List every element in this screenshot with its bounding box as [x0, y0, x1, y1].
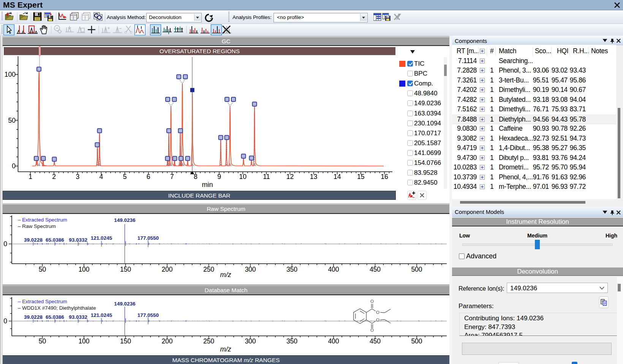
- svg-text:– Extracted Spectrum: – Extracted Spectrum: [18, 217, 67, 223]
- svg-text:177.0550: 177.0550: [138, 312, 159, 318]
- svg-text:39.0228: 39.0228: [24, 314, 43, 320]
- svg-text:O: O: [376, 310, 379, 315]
- svg-text:13: 13: [310, 173, 317, 180]
- svg-text:m/z: m/z: [220, 271, 231, 279]
- svg-text:400: 400: [328, 266, 339, 273]
- svg-text:9: 9: [217, 173, 221, 180]
- svg-text:500: 500: [411, 266, 422, 273]
- svg-text:3: 3: [76, 173, 79, 180]
- svg-text:350: 350: [286, 266, 297, 273]
- svg-text:93.0332: 93.0332: [69, 314, 87, 320]
- svg-text:5: 5: [123, 173, 127, 180]
- svg-text:150: 150: [120, 266, 131, 273]
- svg-text:12: 12: [286, 173, 294, 180]
- svg-text:100: 100: [78, 337, 89, 345]
- svg-text:39.0228: 39.0228: [24, 237, 43, 243]
- svg-text:0: 0: [3, 317, 7, 325]
- svg-text:– Raw Spectrum: – Raw Spectrum: [18, 223, 56, 229]
- svg-text:500: 500: [411, 337, 422, 345]
- svg-text:2: 2: [52, 173, 56, 180]
- svg-text:0: 0: [3, 240, 7, 248]
- svg-text:O: O: [370, 328, 374, 332]
- svg-text:11: 11: [263, 173, 270, 180]
- svg-text:4: 4: [100, 173, 103, 180]
- svg-text:250: 250: [203, 337, 214, 345]
- svg-text:10: 10: [239, 173, 247, 180]
- svg-text:– Extracted Spectrum: – Extracted Spectrum: [18, 299, 67, 304]
- svg-text:0: 0: [12, 162, 16, 170]
- svg-text:350: 350: [286, 337, 297, 345]
- svg-text:1: 1: [28, 173, 32, 180]
- svg-text:149.0236: 149.0236: [114, 217, 136, 223]
- svg-text:200: 200: [161, 266, 172, 273]
- svg-text:– WDD1X #7490; Diethylphthalat: – WDD1X #7490; Diethylphthalate: [18, 305, 96, 311]
- svg-text:450: 450: [370, 266, 381, 273]
- svg-text:300: 300: [245, 266, 256, 273]
- svg-text:121.0245: 121.0245: [91, 235, 112, 241]
- svg-text:300: 300: [245, 337, 256, 345]
- svg-text:14: 14: [334, 173, 341, 180]
- svg-text:100: 100: [78, 266, 89, 273]
- svg-text:16: 16: [381, 173, 388, 180]
- svg-text:149.0236: 149.0236: [114, 301, 136, 307]
- svg-text:177.0550: 177.0550: [138, 235, 159, 241]
- svg-text:65.0386: 65.0386: [46, 237, 64, 243]
- svg-text:O: O: [376, 318, 379, 322]
- svg-text:250: 250: [203, 266, 214, 273]
- svg-text:50: 50: [39, 266, 46, 273]
- svg-text:150: 150: [120, 337, 131, 345]
- svg-text:6: 6: [147, 173, 150, 180]
- svg-text:200: 200: [161, 337, 172, 345]
- svg-text:93.0332: 93.0332: [69, 237, 87, 243]
- svg-text:m/z: m/z: [220, 345, 231, 353]
- svg-text:50: 50: [39, 337, 46, 345]
- svg-text:100: 100: [5, 71, 16, 78]
- svg-text:50: 50: [8, 117, 16, 124]
- svg-text:8: 8: [194, 173, 198, 180]
- svg-text:15: 15: [357, 173, 364, 180]
- svg-text:65.0386: 65.0386: [46, 314, 64, 320]
- svg-text:400: 400: [328, 337, 339, 345]
- svg-text:121.0245: 121.0245: [91, 312, 112, 318]
- svg-text:O: O: [370, 299, 374, 304]
- svg-text:7: 7: [170, 173, 174, 180]
- svg-text:min: min: [202, 181, 213, 188]
